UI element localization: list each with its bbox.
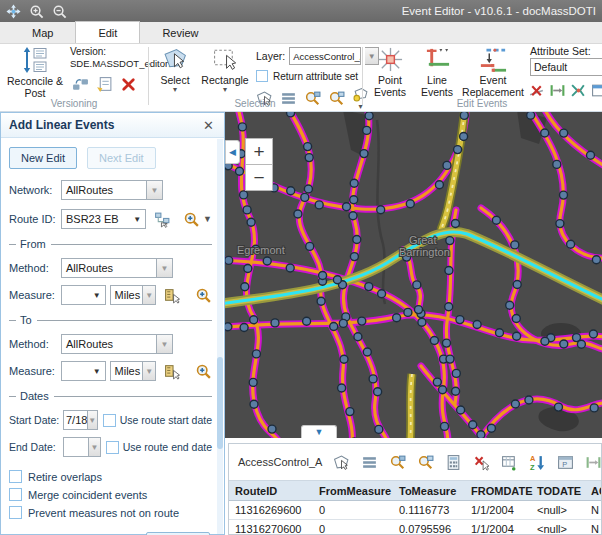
start-date-dropdown-icon[interactable]: ▼	[88, 410, 98, 430]
end-date-input[interactable]	[63, 437, 89, 457]
event-marker[interactable]	[511, 400, 519, 408]
event-marker[interactable]	[250, 316, 258, 324]
column-header[interactable]: FromMeasure	[313, 481, 393, 501]
table-row[interactable]: 1131626960000.11167731/1/2004<null>N	[229, 501, 602, 520]
event-marker[interactable]	[346, 408, 354, 416]
rectangle-button[interactable]: Rectangle ▾	[198, 46, 252, 93]
event-marker[interactable]	[439, 386, 447, 394]
from-units-select[interactable]: Miles	[110, 285, 144, 305]
from-measure-select-icon[interactable]	[164, 287, 181, 304]
event-marker[interactable]	[456, 316, 464, 324]
event-marker[interactable]	[358, 317, 366, 325]
event-marker[interactable]	[473, 321, 481, 329]
event-marker[interactable]	[487, 424, 495, 432]
layer-select[interactable]: AccessControl_A	[289, 47, 361, 65]
close-icon[interactable]: ✕	[201, 118, 216, 133]
event-marker[interactable]	[556, 220, 564, 228]
event-marker[interactable]	[263, 257, 271, 265]
event-marker[interactable]	[340, 355, 348, 363]
event-marker[interactable]	[511, 241, 519, 249]
event-marker[interactable]	[378, 290, 386, 298]
table-row[interactable]: 1131627060000.07955961/1/2004<null>N	[229, 520, 602, 535]
event-marker[interactable]	[247, 218, 255, 226]
event-marker[interactable]	[252, 350, 260, 358]
column-header[interactable]: FROMDATE	[465, 481, 531, 501]
zoom-in-icon[interactable]	[29, 4, 44, 19]
event-marker[interactable]	[404, 308, 412, 316]
retire-overlaps-checkbox[interactable]	[9, 470, 22, 483]
event-marker[interactable]	[363, 348, 371, 356]
event-marker[interactable]	[365, 112, 373, 120]
event-marker[interactable]	[452, 387, 460, 395]
event-marker[interactable]	[244, 265, 252, 273]
event-marker[interactable]	[506, 301, 514, 309]
event-marker[interactable]	[353, 236, 361, 244]
merge-coincident-checkbox[interactable]	[9, 488, 22, 501]
start-date-input[interactable]: 7/18/	[63, 410, 88, 430]
event-marker[interactable]	[527, 112, 535, 119]
event-marker[interactable]	[301, 193, 309, 201]
event-marker[interactable]	[512, 315, 520, 323]
event-marker[interactable]	[339, 319, 347, 327]
event-marker[interactable]	[241, 283, 249, 291]
attribute-set-window-icon[interactable]: P	[557, 454, 574, 471]
event-marker[interactable]	[306, 242, 314, 250]
to-measure-select-icon[interactable]	[164, 363, 181, 380]
from-method-dropdown-icon[interactable]: ▼	[157, 258, 173, 278]
route-zoom-caret-icon[interactable]: ▼	[203, 216, 212, 222]
event-attributes-window-icon[interactable]	[591, 82, 602, 99]
event-marker[interactable]	[338, 384, 346, 392]
event-marker[interactable]	[452, 369, 460, 377]
event-marker[interactable]	[441, 422, 449, 430]
event-marker[interactable]	[250, 400, 258, 408]
route-id-select[interactable]: BSR23 EB▼	[61, 209, 146, 229]
event-marker[interactable]	[243, 206, 251, 214]
event-marker[interactable]	[350, 196, 358, 204]
return-attribute-checkbox[interactable]	[256, 70, 268, 82]
map-zoom-in-button[interactable]: +	[245, 138, 273, 165]
add-record-icon[interactable]	[501, 454, 518, 471]
event-marker[interactable]	[225, 256, 233, 264]
end-date-dropdown-icon[interactable]: ▼	[89, 437, 100, 457]
next-edit-button[interactable]: Next Edit	[87, 147, 156, 169]
from-measure-input[interactable]: ▼	[61, 285, 106, 305]
to-units-select[interactable]: Miles	[110, 361, 144, 381]
event-marker[interactable]	[560, 191, 568, 199]
field-calculator-icon[interactable]	[445, 454, 462, 471]
event-marker[interactable]	[451, 220, 459, 228]
zoom-out-icon[interactable]	[52, 4, 67, 19]
event-marker[interactable]	[477, 431, 485, 438]
event-marker[interactable]	[541, 337, 549, 345]
network-dropdown-icon[interactable]: ▼	[147, 180, 163, 200]
event-marker[interactable]	[271, 319, 279, 327]
to-method-dropdown-icon[interactable]: ▼	[157, 334, 173, 354]
event-marker[interactable]	[413, 281, 421, 289]
network-select[interactable]: AllRoutes	[61, 180, 147, 200]
event-marker[interactable]	[377, 206, 385, 214]
event-marker[interactable]	[541, 129, 549, 137]
new-edit-button[interactable]: New Edit	[9, 147, 77, 169]
reconcile-post-button[interactable]: Reconcile & Post	[4, 46, 66, 99]
event-marker[interactable]	[333, 276, 341, 284]
event-marker[interactable]	[374, 388, 382, 396]
merge-events-icon[interactable]	[570, 82, 587, 99]
event-marker[interactable]	[349, 212, 357, 220]
to-measure-input[interactable]: ▼	[61, 361, 106, 381]
from-units-dropdown-icon[interactable]: ▼	[143, 285, 156, 305]
event-marker[interactable]	[365, 283, 373, 291]
event-marker[interactable]	[513, 332, 521, 340]
event-marker[interactable]	[287, 112, 295, 117]
event-marker[interactable]	[443, 339, 451, 347]
delete-version-icon[interactable]	[120, 76, 137, 93]
pan-icon[interactable]	[6, 4, 21, 19]
event-marker[interactable]	[268, 425, 276, 433]
event-marker[interactable]	[435, 181, 443, 189]
show-records-icon[interactable]	[361, 454, 378, 471]
event-marker[interactable]	[225, 323, 232, 331]
event-replacement-button[interactable]: Event Replacement	[460, 46, 526, 98]
event-marker[interactable]	[354, 333, 362, 341]
remeasure-icon[interactable]	[585, 454, 601, 471]
event-marker[interactable]	[330, 323, 338, 331]
sort-icon[interactable]: A Z	[529, 454, 546, 471]
event-marker[interactable]	[446, 355, 454, 363]
